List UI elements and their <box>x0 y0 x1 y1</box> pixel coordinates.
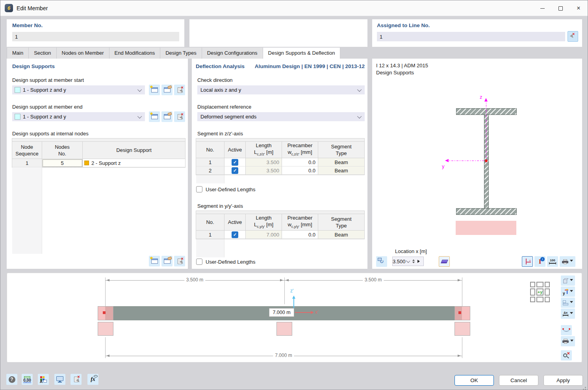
show-section-axes-button[interactable]: y <box>522 256 533 267</box>
cancel-button[interactable]: Cancel <box>499 375 538 386</box>
location-x-value[interactable]: 3.500 <box>393 259 407 264</box>
design-support-internal-symbol <box>276 322 292 336</box>
precamber-cell[interactable]: 0.0 <box>282 158 318 166</box>
design-supports-title: Design Supports <box>12 63 55 69</box>
col-design-support: Design Support <box>83 142 185 159</box>
delete-all-button[interactable]: × <box>70 374 82 385</box>
dimensions-button[interactable]: 100 <box>547 256 558 267</box>
solid-model-view-button[interactable] <box>561 298 575 308</box>
new-support-end-button[interactable]: ★ <box>149 111 160 122</box>
graphic-settings-button[interactable] <box>54 374 65 385</box>
edit-internal-support-button[interactable] <box>161 256 173 266</box>
minimize-button[interactable] <box>533 0 551 16</box>
cancel-zoom-button[interactable]: × <box>561 350 572 360</box>
hand-icon <box>167 85 172 89</box>
display-properties-button[interactable]: A <box>38 374 49 385</box>
deflection-curve-button[interactable] <box>561 325 572 335</box>
toggle-rendering-button[interactable]: ↻ <box>376 256 387 267</box>
displacement-reference-select[interactable]: Deformed segment ends <box>197 112 365 121</box>
col-segment-type: SegmentType <box>318 214 364 231</box>
support-node-start[interactable] <box>98 306 113 320</box>
member-length-tag: 7.000 m <box>269 308 294 317</box>
hand-icon <box>167 257 172 261</box>
edit-support-end-button[interactable] <box>161 111 173 122</box>
assigned-line-panel: Assigned to Line No. 1 × <box>372 19 582 47</box>
design-standard-label: Aluminum Design | EN 1999 | CEN | 2013-1… <box>255 63 365 69</box>
checkbox-checked[interactable]: ✓ <box>232 167 238 174</box>
new-support-start-button[interactable]: ★ <box>149 85 160 95</box>
ok-button[interactable]: OK <box>454 375 494 386</box>
clear-selection-button[interactable]: × <box>568 31 578 42</box>
checkbox-unchecked[interactable] <box>196 259 202 265</box>
close-button[interactable]: × <box>569 0 588 16</box>
dimension-display-button[interactable]: Δx <box>561 309 575 319</box>
edit-support-start-button[interactable] <box>161 85 173 95</box>
delete-support-start-button[interactable]: × <box>174 85 185 95</box>
segment-type-cell[interactable]: Beam <box>318 231 364 239</box>
delete-support-end-button[interactable]: × <box>174 111 185 122</box>
check-direction-select[interactable]: Local axis z and y <box>197 85 365 94</box>
new-internal-support-button[interactable]: ★ <box>149 256 160 266</box>
support-end-value: 1 - Support z and y <box>23 114 139 120</box>
axes-icon: y <box>563 289 568 295</box>
step-forward-icon[interactable] <box>417 260 421 263</box>
help-button[interactable]: ? <box>6 374 17 385</box>
section-subtitle: Design Supports <box>376 70 414 76</box>
length-cell: 7.000 <box>246 231 282 239</box>
checkbox-checked[interactable]: ✓ <box>232 231 238 238</box>
support-node-end[interactable] <box>454 306 470 320</box>
y-axis-arrow <box>443 159 449 162</box>
checkbox-checked[interactable]: ✓ <box>232 159 238 166</box>
col-segment-type: SegmentType <box>318 142 364 158</box>
location-x-spinner[interactable]: 3.500 <box>392 257 424 266</box>
render-view-button[interactable] <box>439 256 450 267</box>
user-defined-lengths-z[interactable]: User-Defined Lengths <box>196 186 255 192</box>
col-active: Active <box>224 214 246 231</box>
precamber-cell[interactable]: 0.0 <box>282 231 318 239</box>
image-icon <box>378 258 382 261</box>
checkbox-unchecked[interactable] <box>196 186 202 192</box>
active-cell[interactable]: ✓ <box>224 158 246 166</box>
delete-internal-support-button[interactable]: × <box>174 256 185 266</box>
tab-main[interactable]: Main <box>7 48 29 59</box>
star-icon: ★ <box>150 256 153 260</box>
cursor-icon <box>180 89 185 95</box>
active-cell[interactable]: ✓ <box>224 166 246 175</box>
col-precamber: Precamber wc,y/y' [mm] <box>282 214 318 231</box>
spin-arrows[interactable] <box>412 258 415 264</box>
tab-design-configurations[interactable]: Design Configurations <box>202 48 263 59</box>
segment-type-cell[interactable]: Beam <box>318 166 364 175</box>
active-cell[interactable]: ✓ <box>224 231 246 239</box>
cell-design-support[interactable]: 2 - Support z <box>83 159 185 167</box>
support-end-select[interactable]: 1 - Support z and y <box>12 112 145 121</box>
resize-grip[interactable] <box>585 387 586 388</box>
tab-end-modifications[interactable]: End Modifications <box>109 48 161 59</box>
units-settings-button[interactable]: 0,00 <box>22 374 33 385</box>
support-start-select[interactable]: 1 - Support z and y <box>12 85 145 94</box>
cursor-icon <box>180 116 185 122</box>
assigned-line-input[interactable]: 1 <box>377 32 565 41</box>
beam-render-icon <box>441 260 448 263</box>
print-graphic-button[interactable] <box>561 336 575 346</box>
isometric-view-button[interactable] <box>561 275 575 286</box>
section-info-button[interactable]: I i <box>534 256 545 267</box>
dimension-label: 3.500 m <box>363 277 384 283</box>
user-defined-lengths-y[interactable]: User-Defined Lengths <box>196 259 255 265</box>
segment-type-cell[interactable]: Beam <box>318 158 364 166</box>
member-no-input[interactable]: 1 <box>12 32 179 41</box>
tab-section[interactable]: Section <box>29 48 56 59</box>
col-no: No. <box>196 142 224 158</box>
precamber-cell[interactable]: 0.0 <box>282 166 318 175</box>
print-section-button[interactable] <box>560 256 575 267</box>
maximize-button[interactable] <box>551 0 569 16</box>
view-orientation-widget[interactable]: +y <box>530 282 550 302</box>
tab-design-types[interactable]: Design Types <box>160 48 202 59</box>
check-direction-value: Local axis z and y <box>200 87 358 93</box>
tab-design-supports-deflection[interactable]: Design Supports & Deflection <box>263 48 341 59</box>
tab-nodes-on-member[interactable]: Nodes on Member <box>57 48 109 59</box>
formula-visibility-button[interactable]: fx <box>87 374 98 385</box>
cell-nodes-no[interactable]: 5 <box>42 159 83 167</box>
apply-button[interactable]: Apply <box>543 375 583 386</box>
axes-view-button[interactable]: y <box>561 286 575 297</box>
dropdown-arrow <box>570 312 573 316</box>
